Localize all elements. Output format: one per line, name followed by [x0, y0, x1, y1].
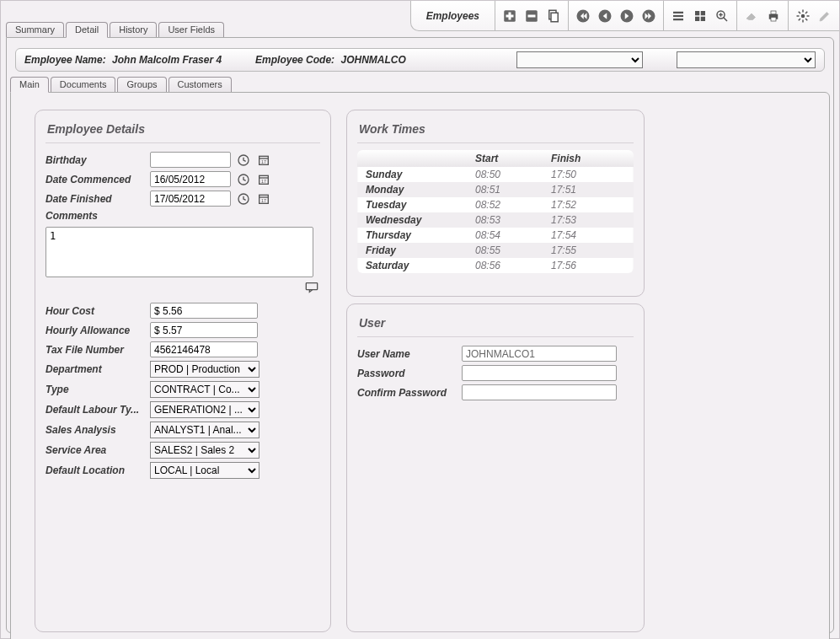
- tab-customers[interactable]: Customers: [169, 77, 232, 92]
- inner-tabs-wrap: Main Documents Groups Customers Employee…: [7, 77, 833, 639]
- sales-analysis-row: Sales Analysis ANALYST1 | Anal...: [35, 420, 330, 440]
- svg-rect-38: [306, 283, 317, 290]
- next-button[interactable]: [617, 6, 637, 26]
- svg-rect-2: [506, 14, 514, 17]
- tax-file-input[interactable]: [150, 341, 258, 357]
- svg-rect-24: [771, 17, 776, 21]
- date-finished-input[interactable]: [150, 191, 231, 207]
- svg-rect-6: [551, 13, 558, 22]
- default-labour-select[interactable]: GENERATION2 | ...: [150, 401, 259, 418]
- hourly-allowance-input[interactable]: [150, 322, 258, 338]
- header-select-1[interactable]: [516, 51, 643, 68]
- date-commenced-row: Date Commenced 17: [35, 169, 330, 189]
- confirm-password-row: Confirm Password: [347, 383, 644, 402]
- copy-button[interactable]: [543, 6, 564, 26]
- tab-history[interactable]: History: [110, 22, 157, 37]
- default-location-label: Default Location: [45, 464, 145, 476]
- app-window: Employees Summary Detail Histo: [0, 0, 840, 639]
- work-times-table: Start Finish Sunday08:5017:50Monday08:51…: [357, 150, 634, 273]
- department-select[interactable]: PROD | Production: [150, 361, 259, 378]
- default-location-row: Default Location LOCAL | Local: [35, 460, 330, 481]
- sales-analysis-select[interactable]: ANALYST1 | Anal...: [150, 422, 259, 438]
- comments-area: 1: [45, 227, 320, 296]
- hour-cost-input[interactable]: [150, 303, 258, 319]
- type-label: Type: [45, 384, 145, 395]
- svg-rect-16: [695, 16, 699, 20]
- clock-icon[interactable]: [236, 191, 251, 207]
- tab-groups[interactable]: Groups: [117, 77, 166, 92]
- birthday-input[interactable]: [150, 152, 231, 168]
- username-input[interactable]: [462, 346, 617, 362]
- rewind-button[interactable]: [573, 6, 593, 26]
- speech-bubble-icon[interactable]: [45, 282, 320, 296]
- tab-summary[interactable]: Summary: [6, 22, 64, 37]
- toolbar-group-view: [664, 1, 737, 30]
- comments-label: Comments: [45, 210, 98, 222]
- tab-user-fields[interactable]: User Fields: [158, 22, 224, 37]
- tab-documents[interactable]: Documents: [51, 77, 116, 92]
- tab-main[interactable]: Main: [10, 77, 49, 93]
- hour-cost-row: Hour Cost: [35, 301, 330, 320]
- tab-detail[interactable]: Detail: [66, 22, 108, 38]
- hourly-allowance-label: Hourly Allowance: [45, 325, 145, 336]
- grid-view-button[interactable]: [690, 6, 710, 26]
- svg-point-25: [801, 13, 805, 18]
- prev-button[interactable]: [595, 6, 615, 26]
- password-label: Password: [357, 368, 457, 379]
- work-times-day: Monday: [357, 184, 475, 196]
- date-commenced-label: Date Commenced: [45, 174, 145, 185]
- erase-button[interactable]: [741, 6, 762, 26]
- main-panel: Employee Details Birthday 17 Date Commen…: [10, 92, 830, 639]
- work-times-finish: 17:51: [551, 184, 627, 196]
- calendar-icon[interactable]: 17: [256, 153, 271, 168]
- clock-icon[interactable]: [236, 172, 251, 187]
- svg-rect-17: [701, 16, 705, 20]
- svg-line-19: [724, 17, 728, 21]
- birthday-row: Birthday 17: [35, 150, 330, 169]
- confirm-password-input[interactable]: [462, 384, 617, 400]
- employee-details-section: Employee Details Birthday 17 Date Commen…: [35, 110, 331, 632]
- toolbar-group-nav: [569, 1, 664, 30]
- date-finished-label: Date Finished: [45, 193, 145, 205]
- date-commenced-input[interactable]: [150, 171, 231, 187]
- username-row: User Name: [347, 344, 644, 363]
- edit-button[interactable]: [815, 6, 835, 26]
- svg-text:17: 17: [261, 179, 266, 184]
- print-button[interactable]: [763, 6, 784, 26]
- employee-code-value: JOHNMALCO: [340, 54, 405, 66]
- clock-icon[interactable]: [236, 153, 251, 168]
- department-label: Department: [45, 363, 145, 375]
- list-view-button[interactable]: [668, 6, 688, 26]
- work-times-finish: 17:56: [551, 260, 627, 271]
- date-finished-row: Date Finished 17: [35, 189, 330, 208]
- remove-button[interactable]: [522, 6, 542, 26]
- start-header: Start: [475, 153, 551, 164]
- toolbar-group-crud: [495, 1, 569, 30]
- svg-rect-4: [528, 14, 536, 17]
- calendar-icon[interactable]: 17: [256, 191, 271, 207]
- inner-tabs: Main Documents Groups Customers: [7, 77, 833, 92]
- work-times-row: Thursday08:5417:54: [357, 228, 634, 243]
- type-select[interactable]: CONTRACT | Co...: [150, 381, 259, 398]
- add-button[interactable]: [500, 6, 520, 26]
- service-area-select[interactable]: SALES2 | Sales 2: [150, 442, 259, 459]
- work-times-start: 08:53: [475, 214, 551, 226]
- default-labour-label: Default Labour Ty...: [45, 404, 145, 416]
- employee-details-title: Employee Details: [35, 110, 330, 137]
- toolbar-group-settings: [789, 1, 839, 30]
- detail-page: Employee Name: John Malcolm Fraser 4 Emp…: [6, 37, 834, 633]
- calendar-icon[interactable]: 17: [256, 172, 271, 187]
- work-times-day: Friday: [357, 244, 475, 256]
- employee-header: Employee Name: John Malcolm Fraser 4 Emp…: [15, 48, 825, 72]
- work-times-finish: 17:53: [551, 214, 627, 226]
- header-select-2[interactable]: [677, 51, 816, 68]
- comments-input[interactable]: 1: [45, 227, 313, 277]
- default-location-select[interactable]: LOCAL | Local: [150, 462, 259, 479]
- department-row: Department PROD | Production: [35, 359, 330, 379]
- forward-button[interactable]: [639, 6, 659, 26]
- svg-rect-11: [673, 11, 683, 13]
- settings-button[interactable]: [793, 6, 813, 26]
- password-input[interactable]: [462, 365, 617, 381]
- zoom-button[interactable]: [712, 6, 732, 26]
- work-times-row: Sunday08:5017:50: [357, 167, 634, 182]
